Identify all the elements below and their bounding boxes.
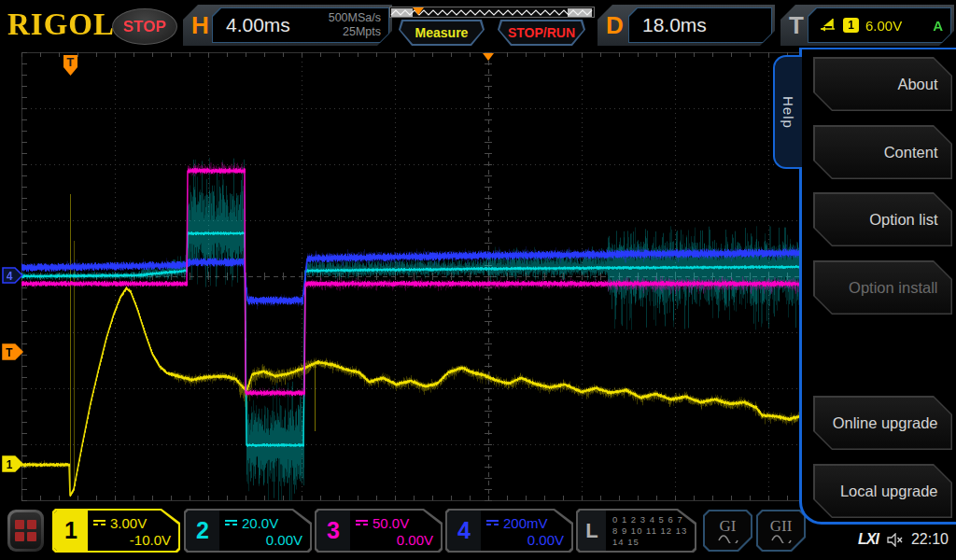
- channel4-box[interactable]: 4 200mV 0.00V: [445, 509, 573, 553]
- menu-button-option-install: Option install: [813, 260, 952, 315]
- svg-text:4: 4: [7, 270, 13, 283]
- menu-button-content-label: Content: [815, 127, 951, 178]
- svg-text:T: T: [6, 346, 13, 359]
- channel1-number: 1: [54, 511, 88, 551]
- channel4-number: 4: [447, 511, 481, 551]
- menu-button-option-list-label: Option list: [815, 194, 951, 245]
- generator2-button[interactable]: GII: [756, 510, 806, 552]
- stop-run-button[interactable]: STOP/RUN: [498, 20, 585, 46]
- delay-value: 18.0ms: [642, 14, 707, 36]
- acquisition-status-badge: STOP: [112, 8, 177, 45]
- clock: 22:10: [911, 531, 949, 548]
- channel-marker-T[interactable]: T: [2, 343, 24, 360]
- trigger-position-marker[interactable]: T: [63, 54, 78, 77]
- delay-box[interactable]: D 18.0ms: [598, 5, 775, 46]
- channel1-coupling-icon: [93, 520, 105, 525]
- stop-run-button-label: STOP/RUN: [499, 21, 583, 44]
- svg-text:T: T: [67, 55, 75, 69]
- edge-trigger-icon: [819, 17, 836, 34]
- logic-row1: 0 1 2 3 4 5 6 7: [612, 514, 695, 525]
- memory-position-bar[interactable]: [389, 7, 595, 19]
- memory-depth: 25Mpts: [329, 25, 381, 39]
- channel1-box[interactable]: 1 3.00V -10.0V: [52, 509, 180, 553]
- d-label: D: [606, 11, 624, 40]
- channel3-number: 3: [316, 511, 350, 551]
- rigol-logo: RIGOL: [7, 7, 115, 42]
- h-label: H: [191, 11, 209, 40]
- menu-button-about-label: About: [815, 59, 951, 110]
- trigger-sweep-mode: A: [933, 18, 943, 34]
- generator1-label: GI: [720, 519, 737, 534]
- logic-label: L: [578, 511, 606, 551]
- channel2-coupling-icon: [225, 520, 237, 525]
- channel2-number: 2: [186, 511, 219, 551]
- channel1-offset: -10.0V: [93, 532, 171, 548]
- menu-button-local-upgrade[interactable]: Local upgrade: [813, 464, 952, 518]
- trigger-source-badge: 1: [843, 18, 859, 33]
- help-tab-label: Help: [780, 96, 796, 129]
- trigger-valuebox: 1 6.00V A: [808, 7, 951, 43]
- channel3-scale: 50.0V: [373, 515, 409, 531]
- grid-icon: [10, 512, 41, 549]
- delay-reference-marker: [482, 52, 495, 62]
- sine-wave-icon: [718, 534, 738, 543]
- menu-button-local-upgrade-label: Local upgrade: [815, 466, 951, 517]
- channel-marker-4[interactable]: 4: [2, 267, 24, 284]
- channel4-coupling-icon: [486, 520, 499, 525]
- logic-row2: 8 9 10 11 12 13 14 15: [612, 525, 695, 548]
- membar-left-cap: [391, 8, 413, 17]
- channel2-offset: 0.00V: [225, 532, 302, 548]
- sine-wave-icon: [771, 534, 792, 543]
- t-label: T: [789, 11, 804, 40]
- measure-button-label: Measure: [401, 21, 483, 44]
- logic-channels-box[interactable]: L 0 1 2 3 4 5 6 7 8 9 10 11 12 13 14 15: [576, 509, 696, 553]
- trigger-box[interactable]: T 1 6.00V A: [780, 5, 954, 46]
- generator1-button[interactable]: GI: [703, 510, 752, 552]
- delay-valuebox: 18.0ms: [628, 7, 772, 43]
- channel-menu-button[interactable]: [7, 510, 44, 552]
- acquisition-status-label: STOP: [123, 18, 166, 36]
- horizontal-timebase-box[interactable]: H 4.00ms 500MSa/s 25Mpts: [183, 5, 392, 46]
- channel2-box[interactable]: 2 20.0V 0.00V: [184, 509, 312, 553]
- measure-button[interactable]: Measure: [399, 20, 485, 46]
- menu-panel: Help About Content Option list Option in…: [799, 48, 956, 525]
- help-tab[interactable]: Help: [773, 55, 802, 169]
- channel-marker-1[interactable]: 1: [2, 455, 24, 472]
- menu-button-online-upgrade[interactable]: Online upgrade: [813, 396, 952, 450]
- timebase-valuebox: 4.00ms 500MSa/s 25Mpts: [212, 7, 389, 43]
- sample-rate: 500MSa/s: [329, 11, 381, 25]
- lxi-indicator: LXI: [858, 531, 879, 548]
- generator2-label: GII: [770, 519, 793, 534]
- channel2-scale: 20.0V: [242, 515, 278, 531]
- oscilloscope-screen: RIGOL STOP H 4.00ms 500MSa/s 25Mpts Meas…: [0, 0, 956, 560]
- channel3-box[interactable]: 3 50.0V 0.00V: [315, 509, 443, 553]
- channel4-offset: 0.00V: [486, 532, 564, 548]
- menu-button-option-install-label: Option install: [815, 262, 951, 314]
- channel3-offset: 0.00V: [356, 532, 433, 548]
- speaker-muted-icon: [886, 533, 904, 547]
- timebase-value: 4.00ms: [226, 14, 290, 36]
- trigger-level-value: 6.00V: [865, 18, 902, 34]
- menu-button-about[interactable]: About: [813, 57, 952, 111]
- menu-button-online-upgrade-label: Online upgrade: [815, 398, 951, 449]
- channel4-scale: 200mV: [503, 515, 548, 531]
- menu-button-option-list[interactable]: Option list: [813, 192, 952, 246]
- channel3-coupling-icon: [356, 520, 368, 525]
- channel1-scale: 3.00V: [110, 515, 147, 531]
- svg-text:1: 1: [7, 458, 13, 471]
- menu-button-content[interactable]: Content: [813, 125, 952, 179]
